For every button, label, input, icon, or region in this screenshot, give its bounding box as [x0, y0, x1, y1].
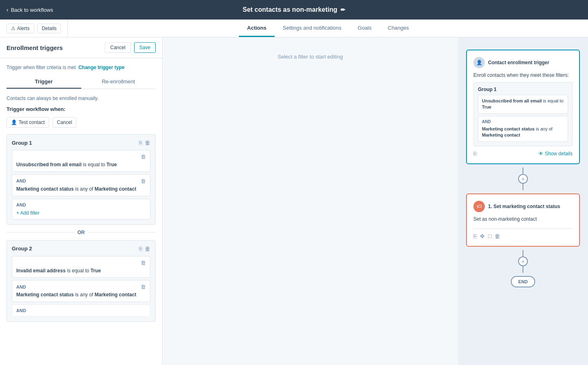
group-2-header: Group 2 ⎘ 🗑 [12, 246, 150, 252]
action-card-header: 🏷 1. Set marketing contact status [473, 201, 573, 212]
or-divider: OR [7, 230, 156, 235]
tab-goals[interactable]: Goals [349, 20, 380, 37]
alert-icon: ⚠ [11, 26, 15, 31]
tag-icon: 🏷 [477, 203, 482, 209]
test-contact-row: 👤 Test contact Cancel [7, 117, 156, 128]
copy-action-button[interactable]: ⎘ [473, 233, 477, 239]
move-action-button[interactable]: ✥ [480, 233, 485, 239]
group-1-header: Group 1 ⎘ 🗑 [12, 139, 150, 146]
trigger-card-title: Contact enrollment trigger [488, 60, 549, 65]
panel-body: Trigger when filter criteria is met Chan… [0, 58, 162, 365]
filter-invalid-email[interactable]: 🗑 Invalid email address is equal to True [12, 256, 150, 278]
right-panel: 👤 Contact enrollment trigger Enroll cont… [458, 37, 588, 365]
action-card: 🏷 1. Set marketing contact status Set as… [466, 193, 580, 247]
delete-filter-3-button[interactable]: 🗑 [141, 260, 146, 266]
add-step-button-2[interactable]: + [518, 256, 528, 266]
action-card-title: 1. Set marketing contact status [488, 204, 560, 209]
delete-group-1-button[interactable]: 🗑 [145, 139, 150, 146]
tg-and-label: AND [482, 119, 564, 125]
trigger-when-label: Trigger workflow when: [7, 106, 156, 112]
action-description: Set as non-marketing contact [473, 216, 573, 222]
back-link-label: Back to workflows [11, 7, 53, 13]
panel-header: Enrollment triggers Cancel Save [0, 37, 162, 58]
change-trigger-link[interactable]: Change trigger type [78, 65, 124, 70]
connector-line-3 [523, 250, 523, 256]
show-details-link[interactable]: 👁 Show details [538, 151, 573, 156]
group-1-box: Group 1 ⎘ 🗑 🗑 Unsubscribed from all emai… [7, 134, 156, 225]
connector-1: + [518, 167, 528, 190]
workflow-title: Set contacts as non-marketing ✏ [243, 6, 345, 13]
main-tabs: Actions Settings and notifications Goals… [68, 20, 588, 37]
filter-marketing-contact-2[interactable]: AND 🗑 Marketing contact status is any of… [12, 280, 150, 302]
delete-filter-2-button[interactable]: 🗑 [141, 178, 146, 184]
trigger-card-header: 👤 Contact enrollment trigger [473, 57, 573, 68]
trigger-card-footer: ⎘ 👁 Show details [473, 150, 573, 157]
tg-filter-1[interactable]: Unsubscribed from all email is equal to … [478, 95, 568, 114]
person-icon: 👤 [11, 119, 17, 125]
test-contact-button[interactable]: 👤 Test contact [7, 117, 49, 128]
delete-filter-4-button[interactable]: 🗑 [141, 284, 146, 290]
add-step-button-1[interactable]: + [518, 174, 528, 184]
delete-filter-1-button[interactable]: 🗑 [141, 154, 146, 160]
trigger-card: 👤 Contact enrollment trigger Enroll cont… [466, 50, 580, 164]
template-action-button[interactable]: □ [488, 233, 491, 239]
enrolled-note: Contacts can always be enrolled manually… [7, 96, 156, 101]
left-actions: ⚠ Alerts Details [0, 20, 68, 37]
copy-group-2-button[interactable]: ⎘ [139, 246, 142, 252]
filter-unsubscribed[interactable]: 🗑 Unsubscribed from all email is equal t… [12, 150, 150, 172]
copy-trigger-button[interactable]: ⎘ [473, 150, 477, 157]
middle-panel: Select a filter to start editing [163, 37, 458, 365]
filter-text-2: Marketing contact status is any of Marke… [16, 186, 146, 193]
and-label-1: AND [16, 202, 146, 207]
cancel-button[interactable]: Cancel [105, 42, 130, 53]
copy-group-1-button[interactable]: ⎘ [139, 139, 142, 146]
tab-changes[interactable]: Changes [380, 20, 417, 37]
save-button[interactable]: Save [134, 42, 156, 53]
panel-title: Enrollment triggers [7, 44, 63, 51]
tab-actions[interactable]: Actions [239, 20, 275, 37]
tab-settings[interactable]: Settings and notifications [275, 20, 350, 37]
avatar-icon: 👤 [476, 60, 482, 65]
action-card-footer: ⎘ ✥ □ 🗑 [473, 228, 573, 239]
filter-row-header: 🗑 [16, 154, 146, 160]
add-filter-button-1[interactable]: + Add filter [16, 210, 39, 216]
filter-and-header-2: AND 🗑 [16, 284, 146, 290]
details-button[interactable]: Details [37, 24, 61, 33]
tabs-bar: ⚠ Alerts Details Actions Settings and no… [0, 20, 588, 37]
action-icon: 🏷 [473, 201, 485, 212]
cancel-small-button[interactable]: Cancel [52, 117, 76, 128]
connector-line-1 [523, 167, 523, 174]
group-2-box: Group 2 ⎘ 🗑 🗑 Invalid email address is e… [7, 240, 156, 322]
trigger-info: Trigger when filter criteria is met Chan… [7, 65, 156, 70]
back-arrow-icon: ‹ [7, 7, 9, 13]
filter-text-4: Marketing contact status is any of Marke… [16, 291, 146, 298]
group-2-label: Group 2 [12, 246, 32, 252]
delete-group-2-button[interactable]: 🗑 [145, 246, 150, 252]
trigger-group-box: Group 1 Unsubscribed from all email is e… [473, 82, 573, 146]
edit-title-icon[interactable]: ✏ [341, 7, 345, 13]
delete-action-button[interactable]: 🗑 [495, 233, 500, 239]
sub-tab-trigger[interactable]: Trigger [7, 75, 81, 89]
connector-line-4 [523, 266, 523, 273]
main-layout: Enrollment triggers Cancel Save Trigger … [0, 37, 588, 365]
group-2-icons: ⎘ 🗑 [139, 246, 150, 252]
filter-invalid-header: 🗑 [16, 260, 146, 266]
eye-icon: 👁 [538, 151, 543, 156]
and-only-row-2: AND [12, 304, 150, 317]
group-1-label: Group 1 [12, 140, 32, 146]
filter-text-3: Invalid email address is equal to True [16, 267, 146, 274]
back-to-workflows-link[interactable]: ‹ Back to workflows [7, 7, 53, 13]
filter-text-1: Unsubscribed from all email is equal to … [16, 161, 146, 168]
sub-tab-reenrollment[interactable]: Re-enrollment [81, 75, 156, 89]
tg-and-filter[interactable]: AND Marketing contact status is any of M… [478, 116, 568, 142]
connector-line-2 [523, 184, 523, 190]
panel-header-actions: Cancel Save [105, 42, 156, 53]
filter-and-header-1: AND 🗑 [16, 178, 146, 184]
enroll-text: Enroll contacts when they meet these fil… [473, 72, 573, 78]
connector-2: + [518, 250, 528, 273]
alerts-button[interactable]: ⚠ Alerts [7, 24, 34, 33]
tg-group-label: Group 1 [478, 87, 568, 92]
group-1-icons: ⎘ 🗑 [139, 139, 150, 146]
filter-marketing-contact-1[interactable]: AND 🗑 Marketing contact status is any of… [12, 174, 150, 196]
select-filter-placeholder: Select a filter to start editing [278, 54, 343, 60]
